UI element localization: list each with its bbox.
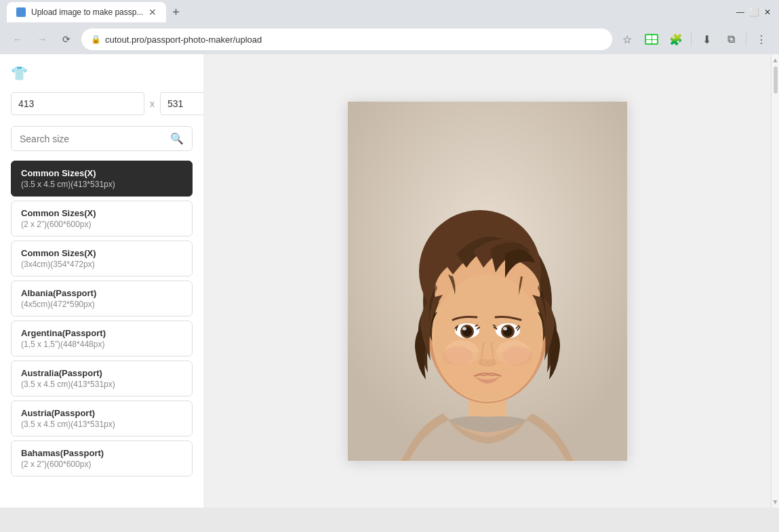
- toolbar-icons: ☆ 🧩 ⬇ ⧉ ⋮: [618, 30, 771, 49]
- scroll-down-arrow[interactable]: ▼: [772, 498, 779, 506]
- photo-area: [203, 54, 771, 508]
- tab-favicon: [16, 7, 26, 17]
- size-name-2: Common Sizes(X): [21, 248, 182, 258]
- size-name-1: Common Sizes(X): [21, 208, 182, 218]
- divider: [691, 33, 692, 46]
- size-dim-6: (3.5 x 4.5 cm)(413*531px): [21, 420, 182, 429]
- svg-point-17: [462, 327, 466, 330]
- page-content: cutout.pro Product ▾ Solution ▾ Tools ▾ …: [0, 54, 779, 508]
- search-input[interactable]: [20, 134, 170, 144]
- modal-overlay: 👕 x 🔍 Common Sizes(X) (3.5 x 4.5 cm)(413…: [0, 54, 779, 508]
- scroll-thumb: [774, 66, 778, 94]
- size-dim-0: (3.5 x 4.5 cm)(413*531px): [21, 180, 182, 189]
- extensions-icon[interactable]: [642, 30, 661, 49]
- browser-chrome: Upload image to make passp... ✕ + — ⬜ ✕ …: [0, 0, 779, 54]
- size-item-0[interactable]: Common Sizes(X) (3.5 x 4.5 cm)(413*531px…: [11, 161, 193, 197]
- tab-close-button[interactable]: ✕: [148, 7, 157, 18]
- url-text: cutout.pro/passport-photo-maker/upload: [105, 35, 262, 45]
- lock-icon: 🔒: [91, 35, 101, 44]
- size-dim-3: (4x5cm)(472*590px): [21, 300, 182, 309]
- search-box[interactable]: 🔍: [11, 126, 193, 151]
- divider2: [746, 33, 746, 46]
- size-name-0: Common Sizes(X): [21, 168, 182, 178]
- size-name-5: Australia(Passport): [21, 368, 182, 378]
- size-name-6: Austria(Passport): [21, 408, 182, 418]
- size-item-5[interactable]: Australia(Passport) (3.5 x 4.5 cm)(413*5…: [11, 361, 193, 396]
- sidebar-toggle-icon[interactable]: ⧉: [721, 30, 740, 49]
- clothing-icon: 👕: [11, 65, 30, 84]
- refresh-button[interactable]: ⟳: [57, 30, 76, 49]
- search-icon: 🔍: [170, 132, 184, 145]
- tab-title: Upload image to make passp...: [31, 7, 143, 17]
- size-item-4[interactable]: Argentina(Passport) (1,5 x 1,5”)(448*448…: [11, 321, 193, 356]
- size-dim-4: (1,5 x 1,5”)(448*448px): [21, 340, 182, 349]
- dimension-separator: x: [150, 98, 155, 109]
- photo-container: [348, 102, 627, 461]
- modal-scrollbar[interactable]: ▲ ▼: [771, 54, 779, 508]
- size-item-2[interactable]: Common Sizes(X) (3x4cm)(354*472px): [11, 241, 193, 277]
- size-dim-1: (2 x 2”)(600*600px): [21, 220, 182, 229]
- minimize-button[interactable]: —: [736, 7, 745, 17]
- scroll-up-arrow[interactable]: ▲: [772, 56, 779, 64]
- width-input[interactable]: [11, 92, 144, 115]
- browser-tab[interactable]: Upload image to make passp... ✕: [7, 2, 166, 22]
- forward-button[interactable]: →: [33, 30, 52, 49]
- size-list: Common Sizes(X) (3.5 x 4.5 cm)(413*531px…: [11, 161, 193, 476]
- size-dim-2: (3x4cm)(354*472px): [21, 260, 182, 269]
- close-window-button[interactable]: ✕: [763, 7, 772, 17]
- svg-point-21: [503, 327, 507, 330]
- size-item-3[interactable]: Albania(Passport) (4x5cm)(472*590px): [11, 281, 193, 316]
- new-tab-button[interactable]: +: [166, 3, 185, 22]
- dimensions-row: x: [11, 92, 193, 115]
- ext-grid-icon: [645, 34, 658, 45]
- size-dim-7: (2 x 2”)(600*600px): [21, 459, 182, 469]
- bookmark-icon[interactable]: ☆: [618, 30, 637, 49]
- window-controls: — ⬜ ✕: [736, 7, 772, 17]
- size-item-6[interactable]: Austria(Passport) (3.5 x 4.5 cm)(413*531…: [11, 401, 193, 436]
- size-panel: 👕 x 🔍 Common Sizes(X) (3.5 x 4.5 cm)(413…: [0, 54, 203, 508]
- menu-icon[interactable]: ⋮: [752, 30, 771, 49]
- portrait-photo: [348, 102, 627, 461]
- url-bar[interactable]: 🔒 cutout.pro/passport-photo-maker/upload: [81, 28, 612, 50]
- back-button[interactable]: ←: [8, 30, 27, 49]
- address-bar: ← → ⟳ 🔒 cutout.pro/passport-photo-maker/…: [0, 24, 779, 54]
- size-name-7: Bahamas(Passport): [21, 448, 182, 458]
- size-name-3: Albania(Passport): [21, 288, 182, 298]
- height-input[interactable]: [160, 92, 203, 115]
- title-bar: Upload image to make passp... ✕ + — ⬜ ✕: [0, 0, 779, 24]
- download-icon[interactable]: ⬇: [697, 30, 716, 49]
- puzzle-icon[interactable]: 🧩: [666, 30, 685, 49]
- size-name-4: Argentina(Passport): [21, 328, 182, 338]
- size-item-1[interactable]: Common Sizes(X) (2 x 2”)(600*600px): [11, 201, 193, 237]
- maximize-button[interactable]: ⬜: [749, 7, 759, 17]
- size-dim-5: (3.5 x 4.5 cm)(413*531px): [21, 380, 182, 389]
- size-item-7[interactable]: Bahamas(Passport) (2 x 2”)(600*600px): [11, 441, 193, 476]
